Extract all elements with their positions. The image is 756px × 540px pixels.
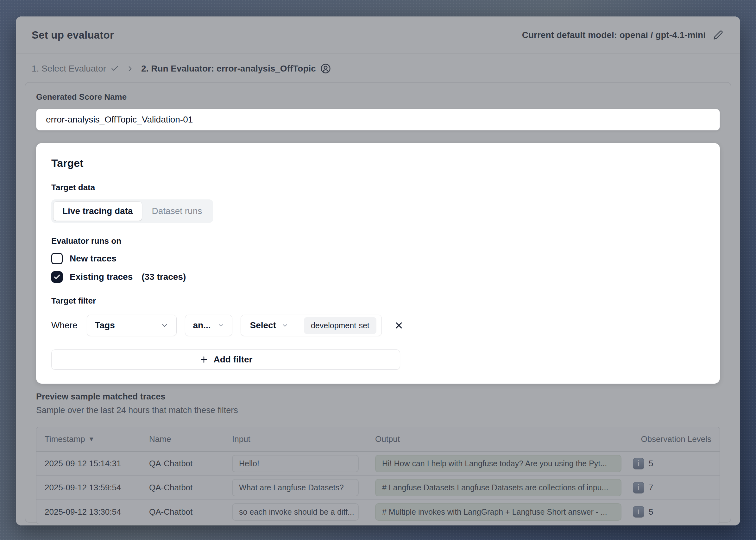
breadcrumb-step2-label: 2. Run Evaluator: error-analysis_OffTopi… [141, 64, 316, 74]
filter-value-placeholder: Select [250, 320, 276, 331]
cell-input-pill: so each invoke should be a diff... [232, 503, 359, 521]
breadcrumb: 1. Select Evaluator 2. Run Evaluator: er… [16, 54, 740, 82]
divider [296, 320, 296, 332]
filter-column-select[interactable]: Tags [87, 315, 177, 336]
table-row: 2025-09-12 13:59:54 QA-Chatbot What are … [36, 476, 720, 500]
cell-name: QA-Chatbot [141, 507, 224, 517]
filter-value-select[interactable]: Select development-set [240, 315, 381, 336]
cell-timestamp: 2025-09-12 15:14:31 [36, 459, 141, 469]
preview-table: Timestamp ▼ Name Input Output Observatio… [36, 427, 720, 524]
preview-heading: Preview sample matched traces [36, 392, 720, 402]
setup-evaluator-dialog: Set up evaluator Current default model: … [16, 17, 740, 525]
existing-traces-row: Existing traces (33 traces) [51, 271, 705, 283]
existing-traces-label: Existing traces [70, 272, 133, 282]
filter-operator-select[interactable]: an... [185, 315, 232, 336]
cell-name: QA-Chatbot [141, 483, 224, 492]
breadcrumb-step1-label: 1. Select Evaluator [32, 64, 106, 74]
tab-live-tracing-data[interactable]: Live tracing data [54, 202, 142, 220]
chevron-down-icon [281, 322, 289, 329]
new-traces-checkbox[interactable] [51, 253, 63, 264]
existing-traces-checkbox[interactable] [51, 271, 63, 283]
runs-on-label: Evaluator runs on [51, 236, 705, 246]
observation-level-count: 5 [649, 459, 653, 469]
dialog-title: Set up evaluator [32, 29, 114, 41]
cell-input-pill: Hello! [232, 455, 359, 472]
default-model-label: Current default model: openai / gpt-4.1-… [522, 30, 706, 40]
observation-level-count: 7 [649, 483, 653, 492]
target-filter-label: Target filter [51, 296, 705, 306]
check-icon [110, 64, 119, 73]
filter-row: Where Tags an... Select development-set [51, 315, 705, 336]
pencil-icon [713, 30, 723, 40]
score-name-input[interactable] [36, 109, 720, 130]
plus-icon [199, 355, 209, 364]
column-header-input: Input [224, 434, 367, 444]
dialog-header: Set up evaluator Current default model: … [16, 17, 740, 54]
column-header-output: Output [367, 434, 625, 444]
target-data-label: Target data [51, 183, 705, 193]
preview-subheading: Sample over the last 24 hours that match… [36, 405, 720, 415]
cell-output-pill: Hi! How can I help with Langfuse today? … [375, 455, 621, 472]
breadcrumb-step-run-evaluator: 2. Run Evaluator: error-analysis_OffTopi… [141, 63, 331, 74]
cell-timestamp: 2025-09-12 13:59:54 [36, 483, 141, 492]
chevron-right-icon [126, 65, 134, 73]
new-traces-label: New traces [70, 253, 116, 264]
table-header-row: Timestamp ▼ Name Input Output Observatio… [36, 427, 720, 452]
cell-observation-levels: 5 [625, 458, 720, 470]
filter-column-value: Tags [95, 320, 115, 331]
x-icon [394, 320, 404, 331]
breadcrumb-step-select-evaluator[interactable]: 1. Select Evaluator [32, 64, 119, 74]
table-row: 2025-09-12 13:30:54 QA-Chatbot so each i… [36, 500, 720, 524]
chevron-down-icon [218, 322, 225, 329]
column-header-timestamp[interactable]: Timestamp ▼ [36, 434, 141, 444]
chevron-down-icon [161, 321, 169, 330]
add-filter-button[interactable]: Add filter [51, 349, 400, 370]
info-icon [633, 506, 644, 517]
user-circle-icon [320, 63, 331, 74]
add-filter-label: Add filter [214, 354, 253, 365]
target-card: Target Target data Live tracing data Dat… [36, 143, 720, 384]
column-header-name: Name [141, 434, 224, 444]
cell-name: QA-Chatbot [141, 459, 224, 469]
table-row: 2025-09-12 15:14:31 QA-Chatbot Hello! Hi… [36, 452, 720, 476]
score-name-label: Generated Score Name [36, 92, 720, 102]
cell-input-pill: What are Langfuse Datasets? [232, 479, 359, 496]
filter-operator-value: an... [193, 320, 211, 331]
info-icon [633, 458, 644, 470]
cell-output-pill: # Multiple invokes with LangGraph + Lang… [375, 503, 621, 521]
cell-observation-levels: 7 [625, 482, 720, 493]
target-data-tabs: Live tracing data Dataset runs [51, 200, 213, 223]
new-traces-row: New traces [51, 253, 705, 264]
check-icon [53, 273, 61, 281]
filter-where-label: Where [51, 320, 77, 331]
cell-timestamp: 2025-09-12 13:30:54 [36, 507, 141, 517]
cell-output-pill: # Langfuse Datasets Langfuse Datasets ar… [375, 479, 621, 496]
info-icon [633, 482, 644, 493]
target-heading: Target [51, 157, 705, 169]
column-header-observation-levels: Observation Levels [625, 434, 720, 444]
evaluator-form: Generated Score Name Target Target data … [25, 82, 731, 523]
sort-desc-icon: ▼ [88, 436, 95, 443]
existing-traces-count: (33 traces) [141, 272, 186, 282]
tab-dataset-runs[interactable]: Dataset runs [143, 202, 211, 220]
default-model: Current default model: openai / gpt-4.1-… [522, 29, 724, 41]
remove-filter-button[interactable] [394, 320, 404, 331]
observation-level-count: 5 [649, 507, 653, 517]
cell-observation-levels: 5 [625, 506, 720, 517]
edit-model-button[interactable] [712, 29, 724, 41]
filter-value-chip: development-set [304, 317, 377, 334]
